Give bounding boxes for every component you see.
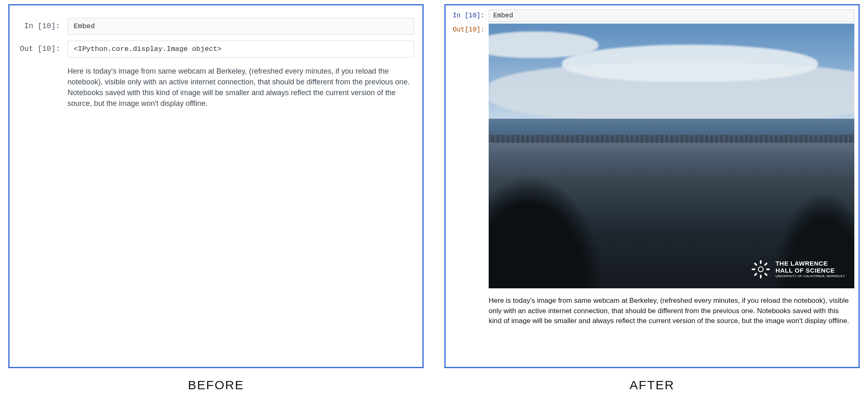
markdown-text: Here is today's image from same webcam a… [68,63,414,109]
svg-point-0 [758,267,763,272]
image-cloud [489,31,598,58]
svg-rect-8 [764,273,767,276]
watermark-line1: THE LAWRENCE [776,260,845,267]
watermark-text: THE LAWRENCE HALL OF SCIENCE UNIVERSITY … [776,260,845,278]
svg-rect-2 [760,275,762,278]
output-cell-row-after: Out[10]: [450,24,854,294]
image-foreground-left [489,156,617,288]
output-image: THE LAWRENCE HALL OF SCIENCE UNIVERSITY … [489,24,854,288]
svg-rect-4 [766,268,770,270]
input-prompt-label-after: In [10]: [450,10,489,19]
before-after-comparison: In [10]: Embed Out [10]: <IPython.core.d… [8,4,860,392]
svg-rect-3 [752,268,755,270]
output-prompt-label: Out [10]: [18,41,68,53]
markdown-row: Here is today's image from same webcam a… [18,63,414,109]
svg-rect-7 [754,262,757,266]
output-prompt-label-after: Out[10]: [450,24,489,34]
after-column: In [10]: Embed Out[10]: [444,4,860,392]
image-watermark: THE LAWRENCE HALL OF SCIENCE UNIVERSITY … [751,259,845,279]
after-panel: In [10]: Embed Out[10]: [444,4,860,368]
image-cloud [562,45,818,82]
svg-rect-5 [764,262,767,266]
output-cell-row: Out [10]: <IPython.core.display.Image ob… [18,41,414,57]
svg-rect-1 [760,260,762,264]
before-caption: BEFORE [188,378,244,392]
markdown-text-after: Here is today's image from same webcam a… [489,296,854,326]
input-code-cell[interactable]: Embed [68,18,414,35]
markdown-prompt-spacer [18,63,68,67]
input-prompt-label: In [10]: [18,18,68,30]
watermark-logo-icon [751,259,771,279]
after-caption: AFTER [629,378,674,392]
watermark-line2: HALL OF SCIENCE [776,267,845,274]
output-text-cell: <IPython.core.display.Image object> [68,41,414,57]
before-panel: In [10]: Embed Out [10]: <IPython.core.d… [8,4,424,368]
before-column: In [10]: Embed Out [10]: <IPython.core.d… [8,4,424,392]
input-cell-row: In [10]: Embed [18,18,414,35]
input-cell-row-after: In [10]: Embed [450,10,854,22]
svg-rect-6 [754,273,757,276]
watermark-line3: UNIVERSITY OF CALIFORNIA, BERKELEY [776,275,845,278]
input-code-cell-after[interactable]: Embed [489,10,854,22]
